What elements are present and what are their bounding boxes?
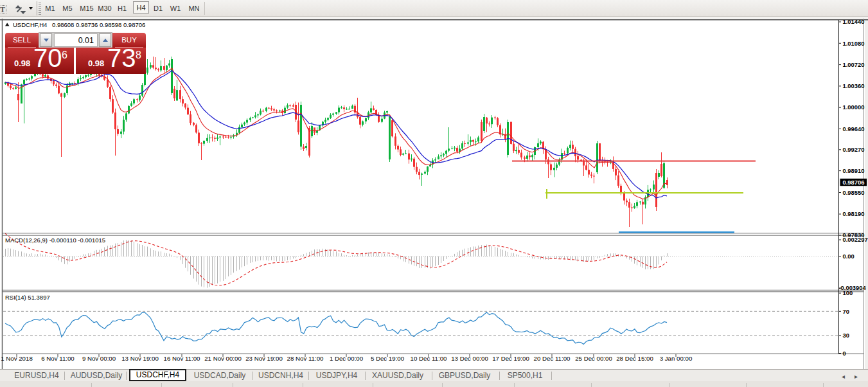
svg-text:MACD(12,26,9) -0.000110 -0.001: MACD(12,26,9) -0.000110 -0.001015 <box>5 237 105 244</box>
svg-text:0.98706: 0.98706 <box>843 179 865 186</box>
svg-text:0.99270: 0.99270 <box>843 146 865 153</box>
svg-text:1.01440: 1.01440 <box>843 18 865 25</box>
svg-text:0.98190: 0.98190 <box>843 210 865 217</box>
svg-text:100: 100 <box>843 289 853 296</box>
svg-text:20 Dec 11:00: 20 Dec 11:00 <box>534 355 571 362</box>
svg-text:0: 0 <box>843 350 846 357</box>
svg-text:25 Dec 00:00: 25 Dec 00:00 <box>575 355 612 362</box>
svg-text:17 Dec 19:00: 17 Dec 19:00 <box>492 355 529 362</box>
svg-text:1.00360: 1.00360 <box>843 82 865 89</box>
svg-text:10 Dec 11:00: 10 Dec 11:00 <box>411 355 448 362</box>
svg-text:0.00: 0.00 <box>843 253 855 260</box>
svg-text:28 Dec 15:00: 28 Dec 15:00 <box>616 355 653 362</box>
svg-text:0.99640: 0.99640 <box>843 125 865 132</box>
svg-text:USDCHF,H4: USDCHF,H4 <box>13 21 47 28</box>
svg-text:28 Nov 11:00: 28 Nov 11:00 <box>287 355 324 362</box>
svg-text:13 Dec 00:00: 13 Dec 00:00 <box>451 355 488 362</box>
svg-text:30: 30 <box>843 332 849 339</box>
svg-text:1.01080: 1.01080 <box>843 40 865 47</box>
svg-text:3 Jan 00:00: 3 Jan 00:00 <box>660 355 693 362</box>
svg-text:1.00000: 1.00000 <box>843 104 865 111</box>
svg-text:1 Nov 2018: 1 Nov 2018 <box>1 355 33 362</box>
svg-text:0.98608 0.98736 0.98598 0.9870: 0.98608 0.98736 0.98598 0.98706 <box>52 21 145 28</box>
svg-text:16 Nov 11:00: 16 Nov 11:00 <box>164 355 201 362</box>
svg-text:0.98910: 0.98910 <box>843 167 865 174</box>
svg-text:1 Dec 00:00: 1 Dec 00:00 <box>330 355 364 362</box>
svg-text:21 Nov 00:00: 21 Nov 00:00 <box>204 355 242 362</box>
svg-text:0.002297: 0.002297 <box>843 236 868 243</box>
svg-text:6 Nov 11:00: 6 Nov 11:00 <box>41 355 75 362</box>
svg-text:23 Nov 19:00: 23 Nov 19:00 <box>245 355 283 362</box>
svg-text:5 Dec 19:00: 5 Dec 19:00 <box>371 355 405 362</box>
svg-text:0.98550: 0.98550 <box>843 189 865 196</box>
svg-text:70: 70 <box>843 308 849 315</box>
svg-text:1.00720: 1.00720 <box>843 61 865 68</box>
svg-text:RSI(14) 51.3897: RSI(14) 51.3897 <box>5 294 50 301</box>
svg-text:9 Nov 00:00: 9 Nov 00:00 <box>82 355 116 362</box>
svg-text:13 Nov 19:00: 13 Nov 19:00 <box>121 355 159 362</box>
